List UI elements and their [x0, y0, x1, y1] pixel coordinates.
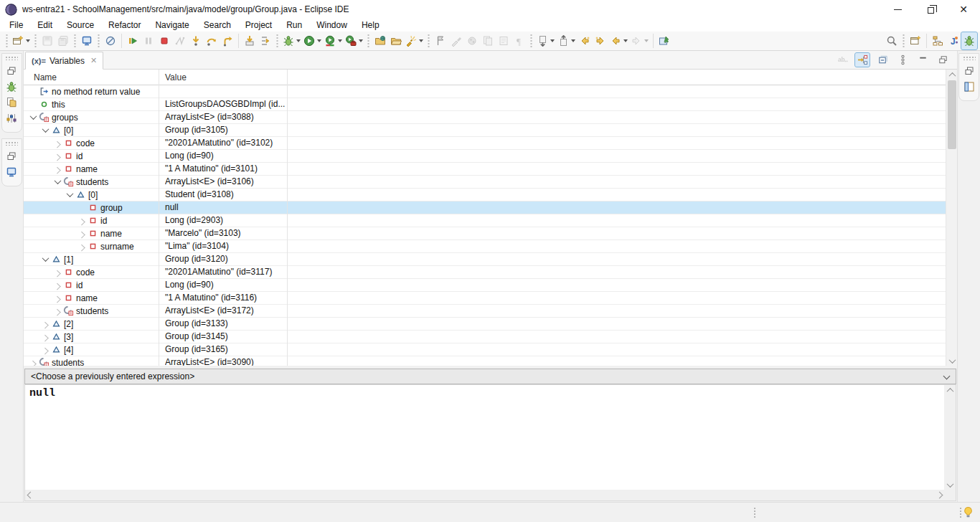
expander-closed-icon[interactable]	[41, 345, 50, 354]
search-flashlight-button[interactable]	[404, 32, 425, 49]
variable-row[interactable]: idLong (id=90)	[24, 150, 957, 163]
maximize-view-button[interactable]	[936, 53, 950, 67]
variable-row[interactable]: [0]Group (id=3105)	[24, 124, 957, 137]
project-explorer-view-icon[interactable]	[4, 95, 19, 110]
detail-horizontal-scrollbar[interactable]	[25, 490, 944, 500]
skip-all-breakpoints-button[interactable]	[103, 32, 118, 49]
tab-close-icon[interactable]: ✕	[90, 56, 97, 65]
status-drag-handle[interactable]	[753, 507, 757, 518]
column-header-value[interactable]: Value	[165, 72, 187, 82]
view-menu-button[interactable]	[895, 53, 910, 67]
show-whitespace-button[interactable]: ¶	[512, 32, 527, 49]
mark-occurrences-button[interactable]	[433, 32, 448, 49]
variable-row[interactable]: name"Marcelo" (id=3103)	[24, 227, 957, 240]
variable-row[interactable]: studentsArrayList<E> (id=3090)	[24, 356, 957, 366]
menu-item-window[interactable]: Window	[309, 19, 354, 31]
expander-open-icon[interactable]	[41, 255, 50, 264]
variable-row[interactable]: groupsArrayList<E> (id=3088)	[24, 111, 957, 124]
pin-editor-button[interactable]	[656, 32, 672, 49]
menu-item-help[interactable]: Help	[354, 19, 387, 31]
toolbar-drag-handle[interactable]	[367, 34, 370, 47]
toolbar-drag-handle[interactable]	[34, 34, 37, 47]
scroll-left-icon[interactable]	[25, 490, 35, 500]
dropdown-arrow-icon[interactable]	[623, 39, 628, 42]
new-wizard-button[interactable]	[11, 32, 32, 49]
expander-closed-icon[interactable]	[77, 216, 87, 225]
next-annotation-button[interactable]	[535, 32, 556, 49]
dropdown-arrow-icon[interactable]	[571, 39, 575, 42]
step-into-button[interactable]	[188, 32, 204, 49]
expander-closed-icon[interactable]	[53, 267, 62, 277]
expander-closed-icon[interactable]	[29, 358, 38, 366]
next-edit-location-button[interactable]	[593, 32, 608, 49]
expander-open-icon[interactable]	[29, 113, 38, 122]
show-logical-structures-button[interactable]	[855, 53, 870, 67]
display-view-button[interactable]	[79, 32, 95, 49]
restore-button[interactable]	[914, 0, 947, 19]
dock-drag-handle[interactable]	[5, 56, 18, 60]
breakpoints-view-icon[interactable]	[4, 111, 19, 125]
coverage-button[interactable]	[323, 32, 344, 49]
dropdown-arrow-icon[interactable]	[550, 39, 555, 42]
format-button[interactable]	[448, 32, 464, 49]
new-bean-button[interactable]	[464, 32, 480, 49]
last-edit-location-button[interactable]	[577, 32, 593, 49]
scroll-down-icon[interactable]	[944, 480, 956, 490]
suspend-button[interactable]	[141, 32, 156, 49]
scroll-up-icon[interactable]	[946, 70, 958, 80]
toolbar-drag-handle[interactable]	[73, 34, 77, 47]
toolbar-drag-handle[interactable]	[5, 34, 9, 47]
toolbar-drag-handle[interactable]	[902, 34, 905, 47]
debug-button[interactable]	[281, 32, 302, 49]
menu-item-navigate[interactable]: Navigate	[148, 19, 196, 31]
variable-row[interactable]: studentsArrayList<E> (id=3172)	[24, 305, 957, 318]
menu-item-run[interactable]: Run	[279, 19, 309, 31]
open-type-button[interactable]	[372, 32, 388, 49]
minimize-view-button[interactable]	[915, 53, 930, 67]
variable-row[interactable]: [4]Group (id=3165)	[24, 343, 957, 356]
menu-item-file[interactable]: File	[2, 19, 30, 31]
step-return-button[interactable]	[220, 32, 235, 49]
dropdown-arrow-icon[interactable]	[26, 39, 30, 42]
toolbar-drag-handle[interactable]	[529, 34, 533, 47]
dropdown-arrow-icon[interactable]	[338, 39, 342, 42]
column-header-name[interactable]: Name	[34, 72, 57, 82]
lightbulb-icon[interactable]	[962, 506, 974, 518]
search-button[interactable]	[884, 32, 900, 49]
expander-open-icon[interactable]	[53, 177, 62, 186]
variable-row[interactable]: code"20201AMatutino" (id=3117)	[24, 266, 957, 279]
back-history-button[interactable]	[608, 32, 629, 49]
restore-view-icon[interactable]	[4, 149, 19, 163]
scroll-right-icon[interactable]	[934, 490, 944, 500]
drop-to-frame-button[interactable]	[242, 32, 258, 49]
variable-row[interactable]: thisListGroupsDAOSGBDImpl (id...	[24, 98, 957, 111]
restore-view-icon[interactable]	[4, 64, 19, 78]
menu-item-source[interactable]: Source	[60, 19, 101, 31]
variable-row[interactable]: [0]Student (id=3108)	[24, 189, 957, 201]
dropdown-arrow-icon[interactable]	[359, 39, 363, 42]
expander-closed-icon[interactable]	[53, 280, 62, 290]
perspective-debug-button[interactable]	[961, 32, 977, 49]
use-step-filters-button[interactable]	[258, 32, 273, 49]
variable-row[interactable]: code"20201AMatutino" (id=3102)	[24, 137, 957, 150]
forward-history-button[interactable]	[629, 32, 650, 49]
scroll-up-icon[interactable]	[944, 385, 956, 395]
collapse-all-button[interactable]	[875, 53, 890, 67]
variable-row[interactable]: name"1 A Matutino" (id=3116)	[24, 292, 957, 305]
perspective-java-button[interactable]: J	[946, 32, 961, 49]
outline-view-icon[interactable]	[962, 80, 976, 94]
variable-row[interactable]: [1]Group (id=3120)	[24, 253, 957, 266]
expression-combo[interactable]: <Choose a previously entered expression>	[24, 369, 956, 384]
variable-row[interactable]: no method return value	[24, 85, 957, 98]
expander-closed-icon[interactable]	[77, 229, 87, 238]
expander-closed-icon[interactable]	[53, 306, 62, 315]
dock-drag-handle[interactable]	[5, 141, 18, 146]
perspective-hierarchy-button[interactable]	[930, 32, 946, 49]
external-tools-button[interactable]	[344, 32, 364, 49]
step-over-button[interactable]	[204, 32, 220, 49]
open-resource-button[interactable]	[388, 32, 404, 49]
open-perspective-button[interactable]	[908, 32, 923, 49]
save-all-button[interactable]	[55, 32, 71, 49]
console-view-icon[interactable]	[4, 165, 19, 179]
resume-button[interactable]	[125, 32, 141, 49]
